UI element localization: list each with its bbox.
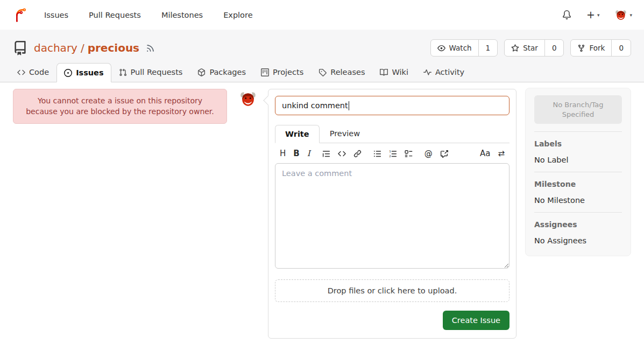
cross-reference-button[interactable] [440,150,448,158]
switch-editor-button[interactable]: ⇄ [498,150,505,158]
chevron-down-icon: ▾ [629,12,632,18]
star-count[interactable]: 0 [544,40,564,56]
milestone-value: No Milestone [534,196,622,205]
tab-activity[interactable]: Activity [416,62,472,82]
fork-button[interactable]: Fork 0 [570,39,631,57]
issue-title-input[interactable]: unkind comment [275,96,509,115]
link-icon [353,150,362,158]
quote-icon [322,150,330,158]
forgejo-logo[interactable] [12,7,28,23]
nav-link-explore[interactable]: Explore [223,11,252,19]
bold-button[interactable]: B [293,150,299,158]
divider [534,172,622,172]
blocked-error-message: You cannot create a issue on this reposi… [13,89,227,124]
tab-projects[interactable]: Projects [253,62,311,82]
tab-releases[interactable]: Releases [311,62,372,82]
submit-row: Create Issue [275,311,509,332]
new-issue-form: unkind comment Write Preview H B I [268,89,516,339]
issue-title-value: unkind comment [282,101,348,110]
repo-actions: Watch 1 Star 0 Fork 0 [430,39,631,57]
code-button[interactable] [338,150,346,158]
divider [534,131,622,132]
comment-textarea[interactable] [275,163,509,269]
unordered-list-button[interactable] [373,150,381,158]
top-navbar: Issues Pull Requests Milestones Explore … [0,0,644,30]
fork-icon [577,44,585,52]
star-icon [511,44,519,52]
repo-header: dachary/precious Watch 1 Star 0 [0,30,644,82]
nav-link-pull-requests[interactable]: Pull Requests [89,11,141,19]
repo-tab-bar: Code Issues Pull Requests Packages Proje… [0,62,644,82]
code-icon [338,150,346,158]
repo-title-row: dachary/precious Watch 1 Star 0 [0,38,644,58]
list-unordered-icon [373,150,381,158]
labels-section-title[interactable]: Labels [534,139,622,148]
user-avatar-large [239,90,257,108]
star-button[interactable]: Star 0 [504,39,564,57]
watch-count[interactable]: 1 [478,40,498,56]
font-toggle-button[interactable]: Aa [480,150,490,158]
tab-preview[interactable]: Preview [320,124,370,143]
ordered-list-button[interactable]: 12 [389,150,397,158]
rss-icon[interactable] [146,44,155,53]
switch-arrows-icon: ⇄ [498,150,505,158]
tab-code[interactable]: Code [10,62,56,82]
code-icon [17,68,25,76]
file-dropzone[interactable]: Drop files or click here to upload. [275,279,509,302]
watch-button[interactable]: Watch 1 [430,39,498,57]
nav-link-milestones[interactable]: Milestones [161,11,203,19]
create-new-menu[interactable]: + ▾ [586,10,599,20]
tasklist-icon [405,150,413,158]
repo-owner-link[interactable]: dachary [34,41,77,54]
navbar-right: + ▾ ▾ [562,9,632,22]
tab-pull-requests[interactable]: Pull Requests [111,62,190,82]
assignees-value: No Assignees [534,236,622,245]
divider [534,212,622,213]
issue-opened-icon [64,69,72,77]
editor-tab-bar: Write Preview [275,124,509,143]
task-list-button[interactable] [405,150,413,158]
issue-sidebar: No Branch/Tag Specified Labels No Label … [525,88,631,256]
link-button[interactable] [353,150,362,158]
user-menu[interactable]: ▾ [614,9,632,22]
eye-icon [437,44,445,52]
heading-button[interactable]: H [280,150,286,158]
mention-button[interactable]: @ [424,150,433,158]
create-issue-button[interactable]: Create Issue [443,311,509,330]
repo-breadcrumb: dachary/precious [34,41,139,54]
repo-name-link[interactable]: precious [88,41,139,54]
svg-text:2: 2 [389,155,391,158]
pulse-icon [423,68,431,76]
branch-select-button[interactable]: No Branch/Tag Specified [534,95,622,124]
repo-book-icon [13,41,27,55]
list-ordered-icon: 12 [389,150,397,158]
user-avatar [614,9,627,22]
svg-text:1: 1 [389,150,391,153]
nav-link-issues[interactable]: Issues [44,11,68,19]
package-icon [197,68,206,76]
plus-icon: + [586,10,595,20]
main-content: You cannot create a issue on this reposi… [0,82,644,339]
milestone-section-title[interactable]: Milestone [534,180,622,188]
project-icon [261,68,269,76]
text-cursor [349,101,349,110]
pull-request-icon [119,68,127,76]
path-separator: / [81,41,84,54]
tag-icon [319,68,327,76]
labels-value: No Label [534,156,622,164]
navbar-links: Issues Pull Requests Milestones Explore [44,11,253,19]
reference-icon [440,150,448,158]
tab-packages[interactable]: Packages [190,62,253,82]
notifications-bell-icon[interactable] [562,10,571,19]
book-icon [380,68,388,76]
markdown-toolbar: H B I 12 @ [275,143,509,163]
tab-wiki[interactable]: Wiki [372,62,415,82]
tab-issues[interactable]: Issues [56,63,111,82]
chevron-down-icon: ▾ [597,12,600,18]
italic-button[interactable]: I [307,150,310,158]
tab-write[interactable]: Write [275,125,320,143]
quote-button[interactable] [322,150,330,158]
assignees-section-title[interactable]: Assignees [534,220,622,229]
fork-count[interactable]: 0 [611,40,631,56]
